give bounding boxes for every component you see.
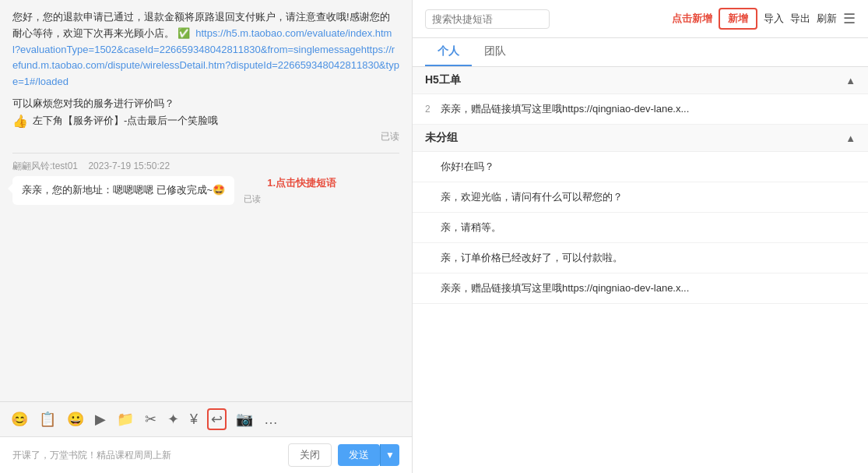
shortcut-item-ungrouped-1[interactable]: 你好!在吗？ — [413, 152, 868, 182]
right-panel: 点击新增 新增 导入 导出 刷新 ☰ 个人 团队 H5工单 ▲ 2 亲亲，赠品链… — [413, 0, 868, 473]
bottom-promo-text: 开课了，万堂书院！精品课程周周上新 — [12, 449, 171, 462]
star-icon[interactable]: ✦ — [166, 409, 181, 429]
shortcut-text-2: 亲，欢迎光临，请问有什么可以帮您的？ — [441, 190, 856, 204]
system-message-text: 您好，您的退款申请已通过，退款金额将原路退回支付账户，请注意查收哦!感谢您的耐心… — [12, 9, 399, 90]
service-tip: 👍 左下角【服务评价】-点击最后一个笑脸哦 — [12, 114, 399, 129]
shortcut-text-3: 亲，请稍等。 — [441, 221, 856, 235]
sticker-icon[interactable]: 😀 — [65, 409, 86, 429]
import-button[interactable]: 导入 — [764, 12, 784, 26]
close-button[interactable]: 关闭 — [288, 443, 332, 467]
shortcut-item-ungrouped-5[interactable]: 亲亲，赠品链接填写这里哦https://qingniao-dev-lane.x.… — [413, 274, 868, 304]
question-message: 可以麻烦您对我的服务进行评价吗？ — [12, 97, 399, 111]
group-h5-header: H5工单 ▲ — [413, 67, 868, 94]
message-time: 2023-7-19 15:50:22 — [88, 161, 170, 171]
folder-icon[interactable]: 📁 — [115, 409, 135, 429]
divider — [12, 153, 399, 154]
shortcut-item-h5-1[interactable]: 2 亲亲，赠品链接填写这里哦https://qingniao-dev-lane.… — [413, 94, 868, 125]
bottom-actions: 关闭 发送 ▼ — [288, 443, 399, 467]
tab-team[interactable]: 团队 — [472, 38, 518, 66]
read-label: 已读 — [12, 130, 399, 143]
search-box — [425, 9, 659, 29]
search-input[interactable] — [425, 9, 550, 29]
shortcut-text-5: 亲亲，赠品链接填写这里哦https://qingniao-dev-lane.x.… — [441, 281, 856, 295]
more-icon[interactable]: … — [262, 410, 279, 429]
menu-icon[interactable]: ☰ — [843, 10, 856, 27]
system-message-block: 您好，您的退款申请已通过，退款金额将原路退回支付账户，请注意查收哦!感谢您的耐心… — [12, 9, 399, 143]
tabs: 个人 团队 — [413, 38, 868, 67]
bottom-bar: 开课了，万堂书院！精品课程周周上新 关闭 发送 ▼ — [0, 436, 412, 473]
annotation-click-shortcut: 1.点击快捷短语 — [267, 176, 336, 190]
shortcut-text-1: 你好!在吗？ — [441, 160, 856, 174]
media-icon[interactable]: ▶ — [93, 409, 107, 429]
user-info: 翩翩风铃:test01 2023-7-19 15:50:22 — [12, 160, 399, 173]
shortcut-text: 亲亲，赠品链接填写这里哦https://qingniao-dev-lane.x.… — [441, 102, 856, 116]
export-button[interactable]: 导出 — [790, 12, 810, 26]
already-read-label: 已读 — [244, 193, 261, 205]
thumb-icon: 👍 — [12, 114, 28, 129]
collapse-h5-icon[interactable]: ▲ — [845, 75, 856, 86]
right-actions: 点击新增 新增 导入 导出 刷新 ☰ — [672, 8, 856, 30]
refresh-button[interactable]: 刷新 — [817, 12, 837, 26]
send-button[interactable]: 发送 — [338, 444, 380, 466]
shortcut-text-4: 亲，订单价格已经改好了，可以付款啦。 — [441, 251, 856, 265]
group-ungrouped-title: 未分组 — [425, 131, 458, 145]
shortcut-item-ungrouped-4[interactable]: 亲，订单价格已经改好了，可以付款啦。 — [413, 243, 868, 274]
shortcut-list: H5工单 ▲ 2 亲亲，赠品链接填写这里哦https://qingniao-de… — [413, 67, 868, 473]
send-dropdown-button[interactable]: ▼ — [380, 444, 399, 466]
service-tip-text: 左下角【服务评价】-点击最后一个笑脸哦 — [33, 114, 218, 128]
yuan-icon[interactable]: ¥ — [188, 410, 199, 429]
right-header: 点击新增 新增 导入 导出 刷新 ☰ — [413, 0, 868, 38]
green-check-icon: ✅ — [177, 27, 190, 39]
shortcut-item-ungrouped-2[interactable]: 亲，欢迎光临，请问有什么可以帮您的？ — [413, 182, 868, 213]
clipboard-icon[interactable]: 📋 — [37, 409, 58, 429]
send-button-group: 发送 ▼ — [338, 444, 399, 466]
scissors-icon[interactable]: ✂ — [143, 409, 158, 429]
annotation-new-tip: 点击新增 — [672, 12, 712, 26]
camera-icon[interactable]: 📷 — [234, 409, 255, 429]
message-row: 亲亲，您的新地址：嗯嗯嗯嗯 已修改完成~🤩 已读 1.点击快捷短语 — [12, 176, 399, 205]
shortcut-num: 2 — [425, 104, 441, 115]
emoji-icon[interactable]: 😊 — [9, 409, 30, 429]
chat-messages: 您好，您的退款申请已通过，退款金额将原路退回支付账户，请注意查收哦!感谢您的耐心… — [0, 0, 412, 401]
new-button[interactable]: 新增 — [719, 8, 757, 30]
message-bubble: 亲亲，您的新地址：嗯嗯嗯嗯 已修改完成~🤩 — [12, 176, 234, 205]
ungrouped-items: 你好!在吗？ 亲，欢迎光临，请问有什么可以帮您的？ 亲，请稍等。 亲，订单价格已… — [413, 152, 868, 304]
left-panel: 您好，您的退款申请已通过，退款金额将原路退回支付账户，请注意查收哦!感谢您的耐心… — [0, 0, 413, 473]
shortcut-icon[interactable]: ↩ — [207, 408, 227, 430]
user-message-text: 亲亲，您的新地址：嗯嗯嗯嗯 已修改完成~🤩 — [22, 184, 225, 196]
shortcut-item-ungrouped-3[interactable]: 亲，请稍等。 — [413, 213, 868, 243]
user-message-block: 翩翩风铃:test01 2023-7-19 15:50:22 亲亲，您的新地址：… — [12, 160, 399, 205]
collapse-ungrouped-icon[interactable]: ▲ — [845, 132, 856, 144]
group-ungrouped-header: 未分组 ▲ — [413, 125, 868, 152]
tab-personal[interactable]: 个人 — [425, 38, 472, 66]
toolbar: 😊 📋 😀 ▶ 📁 ✂ ✦ ¥ ↩ 📷 … — [0, 401, 412, 436]
group-h5-title: H5工单 — [425, 73, 461, 87]
username: 翩翩风铃:test01 — [12, 161, 78, 171]
